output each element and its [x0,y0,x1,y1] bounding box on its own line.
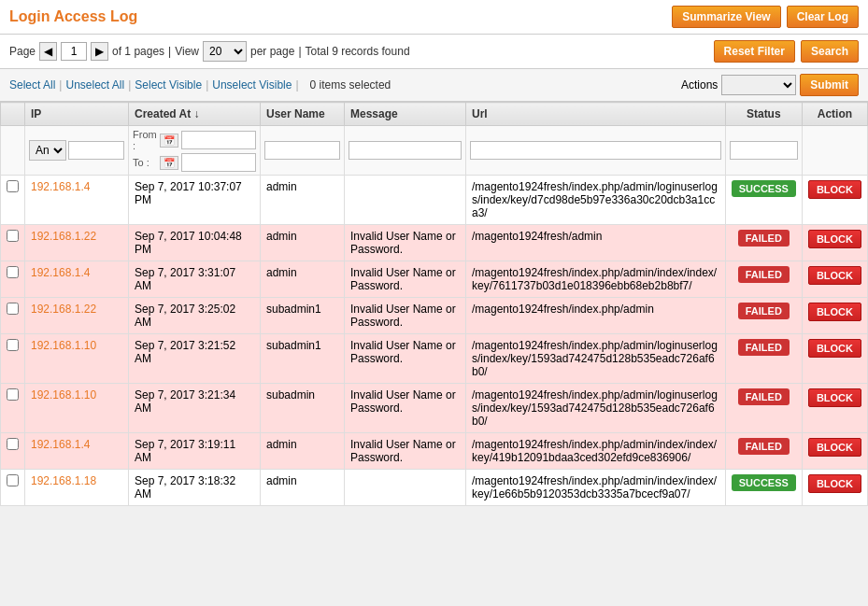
row-action-cell: BLOCK [802,334,867,384]
row-checkbox[interactable] [7,438,19,450]
row-message-cell [345,176,466,225]
row-checkbox[interactable] [7,339,19,351]
row-username-cell: admin [261,225,345,261]
unselect-visible-link[interactable]: Unselect Visible [212,78,292,92]
per-page-label: per page [250,45,294,58]
row-message-cell: Invalid User Name or Password. [345,298,466,334]
row-created-cell: Sep 7, 2017 3:19:11 AM [129,433,261,470]
row-ip-cell: 192.168.1.10 [25,384,129,433]
row-status-cell: FAILED [725,298,802,334]
row-checkbox-cell [1,384,25,433]
row-url-cell: /magento1924fresh/index.php/admin/loginu… [466,384,726,433]
reset-filter-button[interactable]: Reset Filter [714,40,795,63]
block-button[interactable]: BLOCK [808,438,861,457]
view-label: View [175,45,199,58]
block-button[interactable]: BLOCK [808,388,861,407]
row-url-cell: /magento1924fresh/index.php/admin/loginu… [466,334,726,384]
filter-ip-col: Any [25,126,129,176]
row-action-cell: BLOCK [802,225,867,261]
page-label: Page [9,45,36,58]
row-username-cell: admin [261,176,345,225]
row-created-cell: Sep 7, 2017 3:21:52 AM [129,334,261,384]
select-all-link[interactable]: Select All [9,78,55,92]
unselect-all-link[interactable]: Unselect All [65,78,124,92]
block-button[interactable]: BLOCK [808,474,861,493]
row-created-cell: Sep 7, 2017 3:31:07 AM [129,261,261,298]
header-created-at[interactable]: Created At ↓ [129,103,261,126]
row-action-cell: BLOCK [802,433,867,470]
row-checkbox[interactable] [7,266,19,278]
to-calendar-button[interactable]: 📅 [160,156,178,170]
header-buttons: Summarize View Clear Log [672,6,859,28]
table-row: 192.168.1.4Sep 7, 2017 10:37:07 PMadmin/… [1,176,868,225]
from-date-input[interactable] [181,131,256,149]
block-button[interactable]: BLOCK [808,230,861,248]
table-body: 192.168.1.4Sep 7, 2017 10:37:07 PMadmin/… [1,176,868,506]
row-ip-cell: 192.168.1.10 [25,334,129,384]
block-button[interactable]: BLOCK [808,180,861,199]
row-url-cell: /magento1924fresh/index.php/admin/index/… [466,261,726,298]
items-selected-count: 0 items selected [310,78,391,92]
to-date-input[interactable] [181,153,256,172]
ip-link[interactable]: 192.168.1.10 [31,339,96,352]
ip-link[interactable]: 192.168.1.10 [31,388,96,402]
row-checkbox-cell [1,298,25,334]
filter-url-input[interactable] [470,141,721,160]
row-ip-cell: 192.168.1.22 [25,225,129,261]
header-status: Status [725,103,802,126]
row-status-cell: FAILED [725,261,802,298]
row-checkbox[interactable] [7,230,19,242]
row-ip-cell: 192.168.1.22 [25,298,129,334]
block-button[interactable]: BLOCK [808,303,861,321]
filter-row: Any From : 📅 To : 📅 [1,126,868,176]
filter-ip-input[interactable] [68,141,124,160]
clear-log-button[interactable]: Clear Log [787,6,859,28]
filter-user-col [261,126,345,176]
header-url: Url [466,103,726,126]
row-created-cell: Sep 7, 2017 3:25:02 AM [129,298,261,334]
filter-status-input[interactable] [730,141,798,160]
next-page-button[interactable]: ▶ [91,42,108,61]
row-checkbox[interactable] [7,474,19,486]
filter-username-input[interactable] [264,141,340,160]
date-filter: From : 📅 To : 📅 [133,129,256,172]
per-page-select[interactable]: 20 50 100 [203,41,247,62]
status-badge: FAILED [738,339,790,356]
table-row: 192.168.1.4Sep 7, 2017 3:31:07 AMadminIn… [1,261,868,298]
row-url-cell: /magento1924fresh/index.php/admin [466,298,726,334]
block-button[interactable]: BLOCK [808,266,861,285]
page-input[interactable] [61,42,87,61]
row-checkbox[interactable] [7,180,19,192]
row-checkbox-cell [1,225,25,261]
row-username-cell: subadmin1 [261,298,345,334]
row-url-cell: /magento1924fresh/index.php/admin/index/… [466,470,726,506]
row-message-cell [345,470,466,506]
row-action-cell: BLOCK [802,176,867,225]
status-badge: FAILED [738,388,790,405]
filter-message-input[interactable] [349,141,462,160]
ip-link[interactable]: 192.168.1.4 [31,180,90,193]
row-checkbox-cell [1,334,25,384]
row-message-cell: Invalid User Name or Password. [345,384,466,433]
row-checkbox[interactable] [7,388,19,401]
submit-button[interactable]: Submit [800,74,859,96]
ip-link[interactable]: 192.168.1.22 [31,230,96,243]
summarize-view-button[interactable]: Summarize View [672,6,781,28]
from-calendar-button[interactable]: 📅 [160,134,178,148]
row-created-cell: Sep 7, 2017 3:21:34 AM [129,384,261,433]
search-button[interactable]: Search [801,40,859,63]
status-badge: FAILED [738,303,790,319]
filter-ip-any-select[interactable]: Any [29,140,66,161]
pagination-bar: Page ◀ ▶ of 1 pages | View 20 50 100 per… [0,35,868,69]
prev-page-button[interactable]: ◀ [39,42,57,61]
ip-link[interactable]: 192.168.1.4 [31,266,90,279]
row-checkbox-cell [1,470,25,506]
ip-link[interactable]: 192.168.1.18 [31,474,96,487]
row-checkbox[interactable] [7,303,19,315]
select-visible-link[interactable]: Select Visible [135,78,202,92]
ip-link[interactable]: 192.168.1.22 [31,303,96,316]
row-checkbox-cell [1,176,25,225]
block-button[interactable]: BLOCK [808,339,861,358]
actions-select[interactable] [721,75,796,95]
ip-link[interactable]: 192.168.1.4 [31,438,90,451]
